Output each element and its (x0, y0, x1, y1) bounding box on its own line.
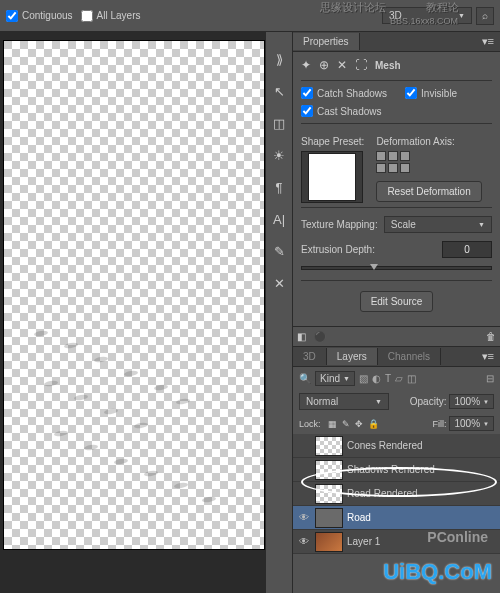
filter-smart-icon[interactable]: ◫ (407, 373, 416, 384)
trash-icon[interactable]: 🗑 (486, 331, 496, 342)
watermark-pconline: PConline (427, 529, 488, 545)
layer-name: Road (347, 512, 496, 523)
filter-toggle-icon[interactable]: ⊟ (486, 373, 494, 384)
filter-adjust-icon[interactable]: ◐ (372, 373, 381, 384)
properties-footer: ◧ ⚫ 🗑 (293, 326, 500, 346)
reset-deformation-button[interactable]: Reset Deformation (376, 181, 481, 202)
invisible-checkbox[interactable]: Invisible (405, 87, 457, 99)
lock-move-icon[interactable]: ✥ (355, 419, 363, 429)
panel-menu-icon[interactable]: ▾≡ (476, 350, 500, 363)
lock-trans-icon[interactable]: ▦ (328, 419, 337, 429)
texture-mapping-value: Scale (391, 219, 416, 230)
filter-pixel-icon[interactable]: ▧ (359, 373, 368, 384)
mesh-icon-4[interactable]: ⛶ (355, 58, 367, 72)
visibility-toggle[interactable]: 👁 (297, 536, 311, 547)
watermark-uibq: UiBQ.CoM (383, 559, 492, 585)
layer-thumb (315, 532, 343, 552)
footer-icon-1[interactable]: ◧ (297, 331, 306, 342)
chevron-down-icon: ▼ (458, 12, 465, 19)
filter-shape-icon[interactable]: ▱ (395, 373, 403, 384)
deformation-axis-grid[interactable] (376, 151, 492, 173)
cast-shadows-checkbox[interactable]: Cast Shadows (301, 105, 381, 117)
mesh-icon-1[interactable]: ✦ (301, 58, 311, 72)
mesh-label: Mesh (375, 60, 401, 71)
tab-3d[interactable]: 3D (293, 348, 327, 365)
layers-panel: 3D Layers Channels ▾≡ 🔍 Kind ▼ ▧ ◐ T ▱ ◫… (293, 346, 500, 554)
texture-mapping-dropdown[interactable]: Scale ▼ (384, 216, 492, 233)
tool-cursor-icon[interactable]: ↖ (270, 82, 288, 100)
lock-paint-icon[interactable]: ✎ (342, 419, 350, 429)
layer-thumb (315, 508, 343, 528)
invisible-label: Invisible (421, 88, 457, 99)
filter-icon[interactable]: 🔍 (299, 373, 311, 384)
tool-adjust-icon[interactable]: ☀ (270, 146, 288, 164)
layer-row[interactable]: Road Rendered (293, 482, 500, 506)
catch-shadows-checkbox[interactable]: Catch Shadows (301, 87, 387, 99)
blend-mode-value: Normal (306, 396, 338, 407)
opacity-label: Opacity: (410, 396, 447, 407)
filter-type-icon[interactable]: T (385, 373, 391, 384)
edit-source-button[interactable]: Edit Source (360, 291, 434, 312)
tab-channels[interactable]: Channels (378, 348, 441, 365)
properties-tabs: Properties ▾≡ (293, 32, 500, 52)
extrusion-slider[interactable] (301, 266, 492, 270)
mesh-icon-2[interactable]: ⊕ (319, 58, 329, 72)
tool-type-icon[interactable]: A| (270, 210, 288, 228)
layer-row-selected[interactable]: 👁 Road (293, 506, 500, 530)
mesh-icon-3[interactable]: ✕ (337, 58, 347, 72)
extrusion-depth-label: Extrusion Depth: (301, 244, 436, 255)
fill-label: Fill: (432, 419, 446, 429)
deformation-axis-label: Deformation Axis: (376, 136, 492, 147)
vertical-toolstrip: ⟫ ↖ ◫ ☀ ¶ A| ✎ ✕ (265, 32, 293, 593)
tool-wrench-icon[interactable]: ✎ (270, 242, 288, 260)
chevron-down-icon: ▼ (375, 398, 382, 405)
tab-layers[interactable]: Layers (327, 348, 378, 365)
tab-properties[interactable]: Properties (293, 33, 360, 50)
alllayers-label: All Layers (97, 10, 141, 21)
shape-preset-label: Shape Preset: (301, 136, 364, 147)
alllayers-checkbox[interactable]: All Layers (81, 10, 141, 22)
layer-row[interactable]: Cones Rendered (293, 434, 500, 458)
canvas-shadows (24, 321, 224, 521)
chevron-down-icon: ▼ (343, 375, 350, 382)
kind-label: Kind (320, 373, 340, 384)
tool-paragraph-icon[interactable]: ¶ (270, 178, 288, 196)
layer-thumb (315, 436, 343, 456)
contiguous-label: Contiguous (22, 10, 73, 21)
visibility-toggle[interactable]: 👁 (297, 512, 311, 523)
fill-input[interactable]: 100%▼ (449, 416, 494, 431)
document-canvas[interactable] (3, 40, 265, 550)
layer-thumb (315, 484, 343, 504)
search-button[interactable]: ⌕ (476, 7, 494, 25)
opacity-input[interactable]: 100%▼ (449, 394, 494, 409)
search-icon: ⌕ (482, 10, 488, 21)
alllayers-check-input[interactable] (81, 10, 93, 22)
lock-label: Lock: (299, 419, 321, 429)
slider-thumb-icon[interactable] (370, 264, 378, 270)
shape-preset-thumb (308, 153, 356, 201)
texture-mapping-label: Texture Mapping: (301, 219, 378, 230)
filter-kind-dropdown[interactable]: Kind ▼ (315, 371, 355, 386)
layer-name: Shadows Rendered (347, 464, 496, 475)
cast-shadows-label: Cast Shadows (317, 106, 381, 117)
lock-all-icon[interactable]: 🔒 (368, 419, 379, 429)
tool-swatches-icon[interactable]: ◫ (270, 114, 288, 132)
panel-menu-icon[interactable]: ▾≡ (476, 35, 500, 48)
properties-panel: ✦ ⊕ ✕ ⛶ Mesh Catch Shadows Invisible (293, 52, 500, 326)
tool-expand-icon[interactable]: ⟫ (270, 50, 288, 68)
canvas-area (0, 32, 265, 593)
layer-row[interactable]: Shadows Rendered (293, 458, 500, 482)
tool-crossed-icon[interactable]: ✕ (270, 274, 288, 292)
layer-name: Cones Rendered (347, 440, 496, 451)
layer-name: Road Rendered (347, 488, 496, 499)
blend-mode-dropdown[interactable]: Normal ▼ (299, 393, 389, 410)
shape-preset-picker[interactable] (301, 151, 363, 203)
extrusion-depth-input[interactable]: 0 (442, 241, 492, 258)
right-panels: Properties ▾≡ ✦ ⊕ ✕ ⛶ Mesh Catch Shadows… (293, 32, 500, 593)
footer-icon-2[interactable]: ⚫ (314, 331, 326, 342)
contiguous-check-input[interactable] (6, 10, 18, 22)
chevron-down-icon: ▼ (478, 221, 485, 228)
watermark-top: 思缘设计论坛 教程论 BBS.16xx8.COM (320, 0, 459, 27)
layer-thumb (315, 460, 343, 480)
contiguous-checkbox[interactable]: Contiguous (6, 10, 73, 22)
